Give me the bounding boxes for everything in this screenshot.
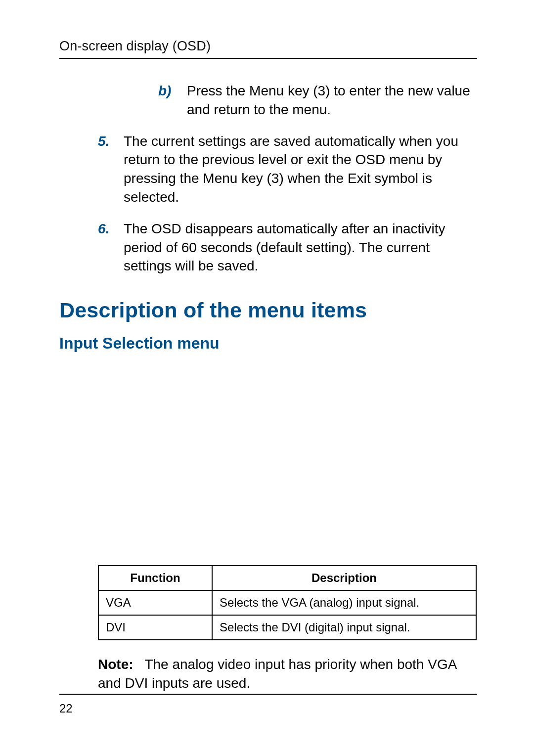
- page: On-screen display (OSD) b) Press the Men…: [0, 0, 534, 756]
- note-text: The analog video input has priority when…: [98, 657, 456, 691]
- table-header-function: Function: [98, 566, 212, 590]
- subsection-title: Input Selection menu: [59, 334, 477, 353]
- list-item-6: 6. The OSD disappears automatically afte…: [98, 220, 477, 275]
- list-item-5: 5. The current settings are saved automa…: [98, 132, 477, 207]
- table-cell-description: Selects the VGA (analog) input signal.: [212, 590, 476, 615]
- running-head: On-screen display (OSD): [59, 39, 477, 54]
- table-row: DVI Selects the DVI (digital) input sign…: [98, 615, 476, 640]
- list-marker-6: 6.: [98, 220, 124, 275]
- list-marker-b: b): [158, 82, 187, 119]
- table-row: VGA Selects the VGA (analog) input signa…: [98, 590, 476, 615]
- page-footer: 22: [59, 694, 477, 715]
- list-item-b: b) Press the Menu key (3) to enter the n…: [158, 82, 477, 119]
- table-header-row: Function Description: [98, 566, 476, 590]
- table-cell-function: VGA: [98, 590, 212, 615]
- list-text-b: Press the Menu key (3) to enter the new …: [187, 82, 477, 119]
- section-title: Description of the menu items: [59, 298, 477, 322]
- function-table: Function Description VGA Selects the VGA…: [98, 565, 477, 640]
- function-table-wrap: Function Description VGA Selects the VGA…: [98, 565, 477, 640]
- table-header-description: Description: [212, 566, 476, 590]
- table-cell-description: Selects the DVI (digital) input signal.: [212, 615, 476, 640]
- header-rule: [59, 58, 477, 59]
- note-label: Note:: [98, 657, 134, 672]
- note-block: Note: The analog video input has priorit…: [98, 655, 477, 693]
- list-marker-5: 5.: [98, 132, 124, 207]
- page-number: 22: [59, 702, 477, 715]
- list-text-6: The OSD disappears automatically after a…: [124, 220, 477, 275]
- list-text-5: The current settings are saved automatic…: [124, 132, 477, 207]
- footer-rule: [59, 694, 477, 695]
- table-cell-function: DVI: [98, 615, 212, 640]
